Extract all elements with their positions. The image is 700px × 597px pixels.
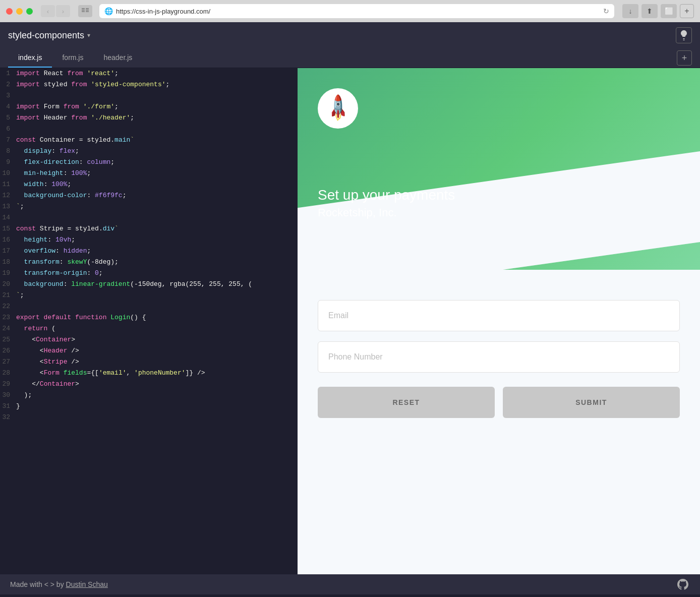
- toolbar-right: ↓ ⬆ ⬜ +: [622, 4, 694, 18]
- code-line: 19 transform-origin: 0;: [0, 268, 298, 279]
- line-number: 15: [0, 223, 16, 234]
- svg-rect-4: [86, 10, 89, 11]
- preview-header: 🚀 Set up your payments Rocketship, Inc.: [298, 68, 700, 270]
- code-line: 8 display: flex;: [0, 146, 298, 157]
- minimize-button[interactable]: [16, 8, 23, 15]
- add-file-button[interactable]: +: [677, 50, 692, 66]
- download-button[interactable]: ↓: [622, 4, 638, 18]
- line-number: 25: [0, 334, 16, 345]
- back-button[interactable]: ‹: [41, 5, 55, 17]
- add-tab-button[interactable]: +: [680, 4, 694, 18]
- browser-chrome: ‹ › 🌐 ↻ ↓ ⬆ ⬜ +: [0, 0, 700, 22]
- line-content: <Container>: [16, 334, 298, 345]
- line-content: display: flex;: [16, 146, 298, 157]
- share-button[interactable]: ⬆: [641, 4, 658, 18]
- line-content: const Stripe = styled.div`: [16, 223, 298, 234]
- code-line: 6: [0, 124, 298, 135]
- line-content: }: [16, 401, 298, 412]
- line-content: <Stripe />: [16, 356, 298, 368]
- tabs-left: index.js form.js header.js: [8, 48, 142, 68]
- made-with-text: Made with: [10, 580, 42, 588]
- windows-button[interactable]: ⬜: [661, 4, 677, 18]
- tab-header-js[interactable]: header.js: [93, 48, 142, 68]
- line-number: 32: [0, 412, 16, 423]
- email-input[interactable]: [318, 300, 680, 331]
- line-number: 14: [0, 212, 16, 223]
- code-line: 16 height: 10vh;: [0, 234, 298, 246]
- line-content: import React from 'react';: [16, 68, 298, 79]
- line-number: 31: [0, 401, 16, 412]
- line-number: 13: [0, 201, 16, 212]
- submit-button[interactable]: SUBMIT: [503, 387, 680, 418]
- forward-button[interactable]: ›: [56, 5, 70, 17]
- app-footer: Made with < > by Dustin Schau: [0, 574, 700, 594]
- file-tabs: index.js form.js header.js +: [0, 48, 700, 68]
- line-content: transform: skewY(-8deg);: [16, 257, 298, 268]
- maximize-button[interactable]: [26, 8, 33, 15]
- line-number: 16: [0, 234, 16, 246]
- line-number: 7: [0, 135, 16, 146]
- line-number: 5: [0, 112, 16, 124]
- code-line: 30 );: [0, 390, 298, 401]
- code-line: 7const Container = styled.main`: [0, 135, 298, 146]
- refresh-button[interactable]: ↻: [603, 7, 609, 15]
- code-line: 32: [0, 412, 298, 423]
- code-line: 11 width: 100%;: [0, 179, 298, 190]
- line-content: background-color: #f6f9fc;: [16, 190, 298, 201]
- svg-rect-1: [82, 10, 85, 11]
- tab-index-js[interactable]: index.js: [8, 48, 52, 68]
- line-content: import styled from 'styled-components';: [16, 79, 298, 90]
- address-input[interactable]: [116, 8, 600, 15]
- line-number: 3: [0, 90, 16, 101]
- lightbulb-button[interactable]: [676, 27, 692, 43]
- code-line: 23export default function Login() {: [0, 312, 298, 323]
- code-line: 9 flex-direction: column;: [0, 157, 298, 168]
- code-symbol: < >: [44, 580, 56, 588]
- line-content: width: 100%;: [16, 179, 298, 190]
- nav-buttons: ‹ ›: [41, 5, 70, 17]
- code-line: 14: [0, 212, 298, 223]
- line-content: export default function Login() {: [16, 312, 298, 323]
- line-number: 29: [0, 379, 16, 390]
- line-number: 20: [0, 279, 16, 290]
- by-text: by: [56, 580, 64, 588]
- line-content: `;: [16, 201, 298, 212]
- line-number: 23: [0, 312, 16, 323]
- code-line: 25 <Container>: [0, 334, 298, 345]
- code-line: 10 min-height: 100%;: [0, 168, 298, 179]
- svg-rect-2: [82, 11, 85, 12]
- code-line: 31}: [0, 401, 298, 412]
- rocket-icon: 🚀: [322, 93, 354, 124]
- code-line: 26 <Header />: [0, 345, 298, 356]
- line-content: const Container = styled.main`: [16, 135, 298, 146]
- header-title: Set up your payments: [318, 187, 455, 203]
- line-number: 10: [0, 168, 16, 179]
- code-line: 3: [0, 90, 298, 101]
- browser-titlebar: ‹ › 🌐 ↻ ↓ ⬆ ⬜ +: [0, 0, 700, 22]
- preview-panel: 🚀 Set up your payments Rocketship, Inc. …: [298, 68, 700, 574]
- app-title-group: styled-components ▾: [8, 30, 90, 41]
- form-buttons: RESET SUBMIT: [318, 387, 680, 418]
- tab-form-js[interactable]: form.js: [52, 48, 93, 68]
- window-buttons: [6, 8, 33, 15]
- author-link[interactable]: Dustin Schau: [66, 580, 108, 588]
- line-number: 22: [0, 301, 16, 312]
- code-line: 29 </Container>: [0, 379, 298, 390]
- github-button[interactable]: [676, 577, 690, 591]
- close-button[interactable]: [6, 8, 13, 15]
- phone-input[interactable]: [318, 341, 680, 373]
- line-number: 19: [0, 268, 16, 279]
- header-subtitle: Rocketship, Inc.: [318, 206, 455, 219]
- line-number: 12: [0, 190, 16, 201]
- code-line: 13`;: [0, 201, 298, 212]
- address-bar-wrapper: 🌐 ↻: [99, 4, 614, 18]
- line-content: import Header from './header';: [16, 112, 298, 124]
- line-content: return (: [16, 323, 298, 334]
- line-content: </Container>: [16, 379, 298, 390]
- svg-rect-3: [86, 8, 89, 9]
- line-number: 9: [0, 157, 16, 168]
- reset-button[interactable]: RESET: [318, 387, 495, 418]
- app-title: styled-components: [8, 30, 84, 41]
- reader-button[interactable]: [78, 5, 92, 17]
- code-line: 20 background: linear-gradient(-150deg, …: [0, 279, 298, 290]
